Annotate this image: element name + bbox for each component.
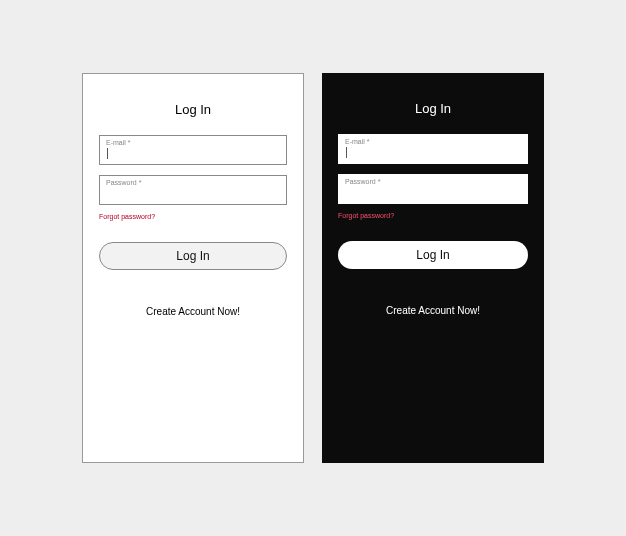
email-field[interactable]: E-mail *	[338, 134, 528, 164]
forgot-password-link[interactable]: Forgot password?	[99, 213, 287, 220]
text-cursor-icon	[346, 147, 347, 158]
password-field[interactable]: Password *	[99, 175, 287, 205]
email-label: E-mail *	[345, 138, 521, 145]
create-account-link[interactable]: Create Account Now!	[146, 306, 240, 317]
login-card-dark: Log In E-mail * Password * Forgot passwo…	[322, 73, 544, 463]
email-field[interactable]: E-mail *	[99, 135, 287, 165]
forgot-password-link[interactable]: Forgot password?	[338, 212, 528, 219]
password-field[interactable]: Password *	[338, 174, 528, 204]
create-account-link[interactable]: Create Account Now!	[386, 305, 480, 316]
page-title: Log In	[175, 102, 211, 117]
password-label: Password *	[345, 178, 521, 185]
login-button[interactable]: Log In	[338, 241, 528, 269]
page-title: Log In	[415, 101, 451, 116]
login-button[interactable]: Log In	[99, 242, 287, 270]
password-label: Password *	[106, 179, 280, 186]
text-cursor-icon	[107, 148, 108, 159]
login-card-light: Log In E-mail * Password * Forgot passwo…	[82, 73, 304, 463]
email-label: E-mail *	[106, 139, 280, 146]
